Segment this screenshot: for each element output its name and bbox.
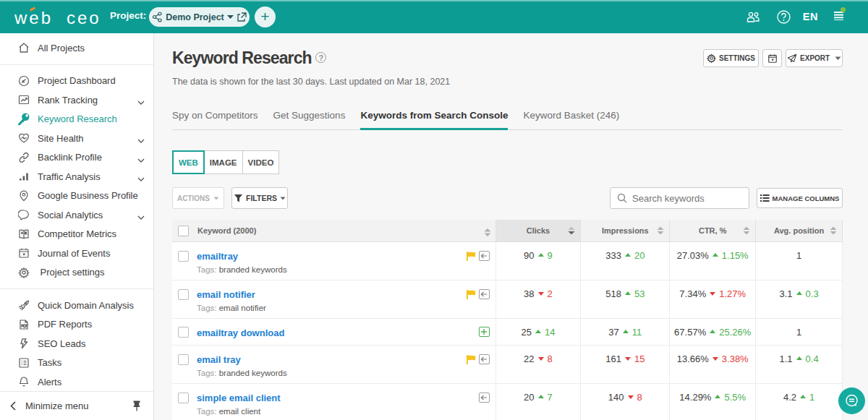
svg-text:web: web [14, 8, 53, 27]
svg-text:ceo: ceo [67, 8, 101, 27]
